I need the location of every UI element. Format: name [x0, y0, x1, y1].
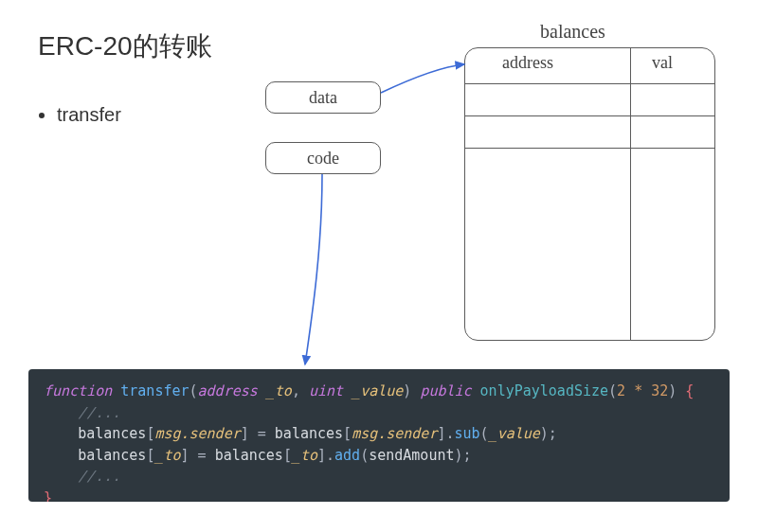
code-token: balances [275, 425, 343, 442]
page-title: ERC-20的转账 [38, 28, 212, 64]
code-token: _to [266, 382, 292, 399]
bullet-item: transfer [57, 104, 121, 126]
code-token: function [44, 382, 112, 399]
table-header-address: address [502, 53, 553, 73]
bullet-list: transfer [38, 104, 121, 132]
table-hline-1 [464, 83, 715, 84]
code-token: address [198, 382, 258, 399]
table-caption: balances [540, 21, 605, 43]
code-token: _to [154, 447, 180, 464]
code-token: //... [78, 404, 120, 421]
code-token: public [420, 382, 471, 399]
code-token: balances [78, 425, 146, 442]
slide: ERC-20的转账 transfer data code balances ad… [0, 0, 758, 532]
table-header-val: val [652, 53, 673, 73]
code-token: _value [489, 425, 540, 442]
code-token: balances [78, 447, 146, 464]
code-token: _to [292, 447, 317, 464]
table-outline [464, 47, 715, 341]
balances-table: balances address val [464, 47, 715, 341]
table-hline-3 [464, 148, 715, 149]
code-token: _value [352, 382, 403, 399]
code-token: //... [78, 468, 120, 485]
code-token: balances [215, 447, 283, 464]
code-token: uint [309, 382, 343, 399]
code-token: sub [455, 425, 480, 442]
code-token: msg.sender [352, 425, 437, 442]
code-token: msg.sender [154, 425, 240, 442]
code-token: 2 * 32 [617, 382, 668, 399]
code-block: function transfer(address _to, uint _val… [28, 369, 730, 502]
code-token: transfer [120, 382, 189, 399]
code-box: code [265, 142, 381, 174]
code-token: onlyPayloadSize [480, 382, 608, 399]
data-box: data [265, 81, 381, 114]
code-token: add [334, 447, 360, 464]
code-token: sendAmount [369, 447, 454, 464]
table-vline [630, 47, 631, 341]
table-hline-2 [464, 115, 715, 116]
